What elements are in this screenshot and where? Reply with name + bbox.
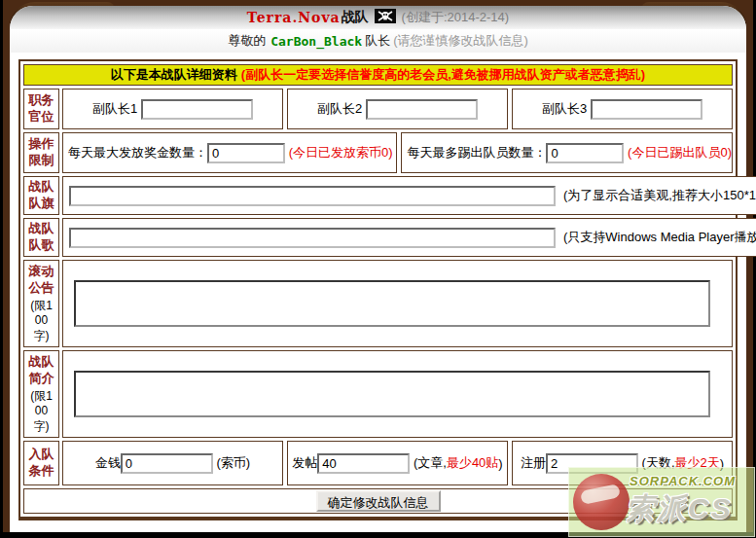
confirm-modify-button[interactable]: 确定修改战队信息 <box>316 490 441 512</box>
intro-textarea[interactable] <box>74 371 710 417</box>
greeting-line: 尊敬的 CarBon_Black 队长(请您谨慎修改战队信息) <box>10 29 746 53</box>
team-name-en: Terra.Nova <box>247 10 341 25</box>
bonus-limit-box: 每天最大发放奖金数量： (今日已发放索币0) <box>62 132 397 173</box>
deputy1-label: 副队长1 <box>92 100 137 118</box>
deputy3-box: 副队长3 <box>512 89 733 129</box>
anthem-hint: (只支持Windows Media Player播放器音频格式) <box>563 229 756 246</box>
kick-limit-label: 每天最多踢出队员数量： <box>407 144 546 161</box>
row-label-text: 战队简介 <box>28 354 55 387</box>
row-team-flag: 战队队旗 (为了显示合适美观,推荐大小150*150像素图片) <box>23 176 733 215</box>
announcement-box <box>62 260 733 347</box>
team-created-date: (创建于:2014-2-14) <box>402 9 510 26</box>
watermark-site-url: SORPACK.COM <box>630 474 736 488</box>
banner-cell: 以下是本战队详细资料 (副队长一定要选择信誉度高的老会员,避免被挪用战队资产或者… <box>23 64 733 86</box>
money-req-input[interactable] <box>121 453 213 474</box>
row-label-anthem: 战队队歌 <box>23 218 59 257</box>
watermark-logo-ball-icon <box>573 474 630 530</box>
anthem-url-input[interactable] <box>69 228 556 248</box>
row-announcement: 滚动公告 (限100字) <box>23 260 733 347</box>
row-label-text: 操作限制 <box>28 136 55 169</box>
posts-req-close: ) <box>498 456 502 471</box>
posts-req-box: 发帖 (文章,最少40贴) <box>287 441 508 485</box>
bonus-limit-label: 每天最大发放奖金数量： <box>68 144 207 161</box>
posts-req-input[interactable] <box>317 453 410 474</box>
row-label-text: 战队队歌 <box>28 221 55 254</box>
row-team-anthem: 战队队歌 (只支持Windows Media Player播放器音频格式) <box>23 218 733 257</box>
posts-req-min: 最少40贴 <box>447 454 498 472</box>
greeting-caution: (请您谨慎修改战队信息) <box>393 32 528 50</box>
watermark-site-name: 索派CS <box>626 489 733 529</box>
kick-limit-box: 每天最多踢出队员数量： (今日已踢出队员0) <box>401 132 733 173</box>
flag-content: (为了显示合适美观,推荐大小150*150像素图片) <box>62 176 756 215</box>
anthem-box: (只支持Windows Media Player播放器音频格式) <box>62 218 756 257</box>
row-label-limits: 操作限制 <box>23 132 59 173</box>
posts-req-unit: (文章, <box>414 454 447 472</box>
deputy3-label: 副队长3 <box>542 100 587 118</box>
row-label-flag: 战队队旗 <box>23 176 59 215</box>
site-watermark: SORPACK.COM 索派CS <box>568 467 755 537</box>
announcement-textarea[interactable] <box>74 280 710 327</box>
row-label-text: 滚动公告 <box>28 264 55 297</box>
banner-warning-text: (副队长一定要选择信誉度高的老会员,避免被挪用战队资产或者恶意捣乱) <box>241 66 645 84</box>
regdays-req-label: 注册 <box>521 454 546 472</box>
row-label-text: 入队条件 <box>28 447 55 480</box>
bonus-limit-input[interactable] <box>207 143 285 163</box>
row-label-text: 职务官位 <box>28 92 55 126</box>
kicked-today-note: (今日已踢出队员0) <box>628 144 732 161</box>
content-sheet: Terra.Nova战队 (创建于:2014-2-14) 尊敬的 CarBon_… <box>10 6 746 532</box>
positions-content: 副队长1 副队长2 副队长3 <box>62 89 733 129</box>
deputy2-label: 副队长2 <box>317 100 362 118</box>
deputy2-box: 副队长2 <box>287 89 508 129</box>
row-operation-limits: 操作限制 每天最大发放奖金数量： (今日已发放索币0) 每天最多踢出队员数量： … <box>23 132 733 173</box>
flag-box: (为了显示合适美观,推荐大小150*150像素图片) <box>62 176 756 215</box>
announcement-content <box>62 260 733 347</box>
banner-main-text: 以下是本战队详细资料 <box>111 66 237 84</box>
flag-hint: (为了显示合适美观,推荐大小150*150像素图片) <box>563 187 756 204</box>
kick-limit-input[interactable] <box>546 143 624 163</box>
announcement-limit: (限100字) <box>30 299 54 344</box>
team-name-cn: 战队 <box>342 9 369 26</box>
row-label-intro: 战队简介 (限100字) <box>23 350 59 438</box>
banner-row: 以下是本战队详细资料 (副队长一定要选择信誉度高的老会员,避免被挪用战队资产或者… <box>23 64 733 86</box>
limits-content: 每天最大发放奖金数量： (今日已发放索币0) 每天最多踢出队员数量： (今日已踢… <box>62 132 733 173</box>
row-label-announcement: 滚动公告 (限100字) <box>23 260 59 347</box>
greeting-prefix: 尊敬的 <box>228 32 266 50</box>
row-label-positions: 职务官位 <box>23 89 59 129</box>
anthem-content: (只支持Windows Media Player播放器音频格式) <box>62 218 756 257</box>
greeting-role: 队长 <box>365 32 390 50</box>
intro-content <box>62 350 733 438</box>
intro-box <box>62 350 733 438</box>
deputy1-input[interactable] <box>141 99 253 120</box>
row-label-text: 战队队旗 <box>28 179 55 212</box>
intro-limit: (限100字) <box>30 389 54 435</box>
money-req-label: 金钱 <box>95 454 121 472</box>
row-deputy-positions: 职务官位 副队长1 副队长2 副队长3 <box>23 89 733 129</box>
deputy2-input[interactable] <box>366 99 478 120</box>
title-bar: Terra.Nova战队 (创建于:2014-2-14) <box>10 6 746 29</box>
deputy1-box: 副队长1 <box>62 89 283 129</box>
money-req-box: 金钱 (索币) <box>62 441 283 485</box>
deputy3-input[interactable] <box>591 99 702 120</box>
row-intro: 战队简介 (限100字) <box>23 350 733 438</box>
money-req-unit: (索币) <box>216 454 250 472</box>
row-label-requirements: 入队条件 <box>23 441 59 485</box>
flag-url-input[interactable] <box>69 186 556 206</box>
team-settings-table: 以下是本战队详细资料 (副队长一定要选择信誉度高的老会员,避免被挪用战队资产或者… <box>18 59 738 520</box>
bonus-issued-note: (今日已发放索币0) <box>289 144 393 161</box>
pirate-flag-icon <box>375 9 396 26</box>
posts-req-label: 发帖 <box>292 454 317 472</box>
leader-name: CarBon_Black <box>270 34 362 49</box>
